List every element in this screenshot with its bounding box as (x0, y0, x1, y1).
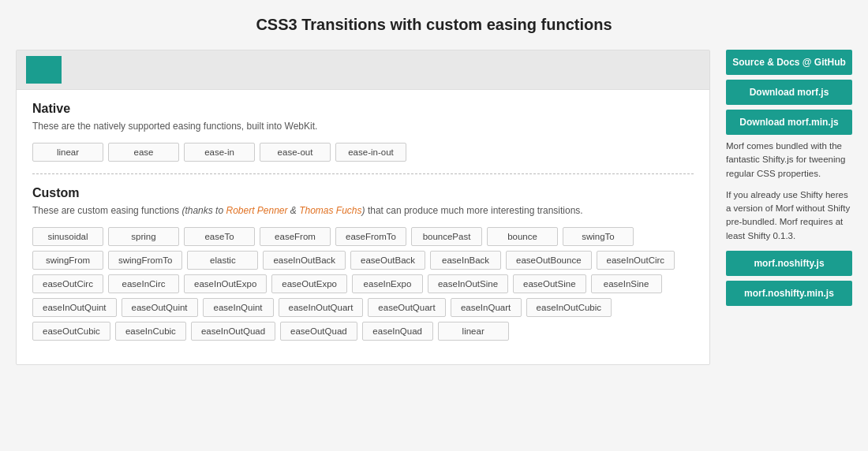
custom-easing-btn[interactable]: easeTo (184, 227, 255, 246)
custom-easing-btn[interactable]: elastic (187, 251, 258, 270)
custom-easing-btn[interactable]: easeOutSine (513, 274, 586, 293)
custom-easing-btn[interactable]: easeOutCubic (32, 322, 110, 341)
page-title: CSS3 Transitions with custom easing func… (16, 16, 852, 34)
sidebar-desc1: Morf comes bundled with the fantastic Sh… (726, 140, 852, 181)
custom-easing-btn[interactable]: easeInQuint (203, 298, 274, 317)
morf-noshifty-button[interactable]: morf.noshifty.js (726, 251, 852, 276)
custom-easing-btn[interactable]: easeInQuad (362, 322, 433, 341)
custom-easing-btn[interactable]: easeOutQuart (368, 298, 445, 317)
custom-easing-btn[interactable]: easeOutQuad (280, 322, 357, 341)
morf-noshifty-min-button[interactable]: morf.noshifty.min.js (726, 281, 852, 306)
native-easing-btn[interactable]: linear (32, 143, 103, 162)
custom-easing-btn[interactable]: easeInBack (430, 251, 501, 270)
custom-title: Custom (32, 186, 694, 200)
native-desc: These are the natively supported easing … (32, 120, 694, 133)
custom-buttons: sinusoidalspringeaseToeaseFromeaseFromTo… (32, 227, 694, 341)
link-robert-penner[interactable]: Robert Penner (226, 205, 287, 216)
native-easing-btn[interactable]: ease-out (260, 143, 331, 162)
custom-easing-btn[interactable]: swingFrom (32, 251, 103, 270)
custom-desc: These are custom easing functions (thank… (32, 204, 694, 218)
custom-easing-btn[interactable]: easeInOutExpo (184, 274, 267, 293)
custom-section: Custom These are custom easing functions… (32, 186, 694, 341)
link-thomas-fuchs[interactable]: Thomas Fuchs (299, 205, 361, 216)
custom-easing-btn[interactable]: easeInCirc (108, 274, 179, 293)
custom-easing-btn[interactable]: easeInOutSine (428, 274, 508, 293)
custom-easing-btn[interactable]: easeOutBack (350, 251, 425, 270)
custom-easing-btn[interactable]: easeInOutCirc (597, 251, 675, 270)
custom-easing-btn[interactable]: easeInOutQuad (191, 322, 275, 341)
custom-easing-btn[interactable]: easeOutCirc (32, 274, 103, 293)
divider (32, 173, 694, 174)
custom-easing-btn[interactable]: easeInOutQuart (279, 298, 364, 317)
custom-easing-btn[interactable]: swingTo (563, 227, 634, 246)
download-morfjs-button[interactable]: Download morf.js (726, 80, 852, 105)
sidebar: Source & Docs @ GitHub Download morf.js … (726, 50, 852, 365)
native-easing-btn[interactable]: ease-in (184, 143, 255, 162)
custom-easing-btn[interactable]: easeOutQuint (122, 298, 198, 317)
custom-easing-btn[interactable]: easeFromTo (335, 227, 406, 246)
native-section: Native These are the natively supported … (32, 102, 694, 162)
content-area: Native These are the natively supported … (16, 50, 710, 365)
custom-easing-btn[interactable]: sinusoidal (32, 227, 103, 246)
source-docs-button[interactable]: Source & Docs @ GitHub (726, 50, 852, 75)
custom-easing-btn[interactable]: easeInOutQuint (32, 298, 117, 317)
custom-easing-btn[interactable]: spring (108, 227, 179, 246)
custom-easing-btn[interactable]: easeInCubic (115, 322, 186, 341)
native-title: Native (32, 102, 694, 116)
native-easing-btn[interactable]: ease-in-out (335, 143, 406, 162)
native-easing-btn[interactable]: ease (108, 143, 179, 162)
sidebar-desc2: If you already use Shifty heres a versio… (726, 188, 852, 243)
custom-easing-btn[interactable]: easeInSine (591, 274, 662, 293)
custom-easing-btn[interactable]: bounce (487, 227, 558, 246)
custom-easing-btn[interactable]: easeInQuart (451, 298, 522, 317)
demo-bar (17, 50, 709, 90)
custom-easing-btn[interactable]: easeOutExpo (271, 274, 347, 293)
custom-easing-btn[interactable]: linear (438, 322, 509, 341)
download-morfminjs-button[interactable]: Download morf.min.js (726, 110, 852, 135)
custom-easing-btn[interactable]: easeFrom (260, 227, 331, 246)
demo-box (26, 56, 62, 84)
custom-easing-btn[interactable]: bouncePast (411, 227, 482, 246)
custom-easing-btn[interactable]: swingFromTo (108, 251, 182, 270)
custom-easing-btn[interactable]: easeInOutBack (263, 251, 346, 270)
custom-easing-btn[interactable]: easeInExpo (352, 274, 423, 293)
custom-easing-btn[interactable]: easeInOutCubic (526, 298, 612, 317)
native-buttons: lineareaseease-inease-outease-in-out (32, 143, 694, 162)
custom-easing-btn[interactable]: easeOutBounce (506, 251, 591, 270)
